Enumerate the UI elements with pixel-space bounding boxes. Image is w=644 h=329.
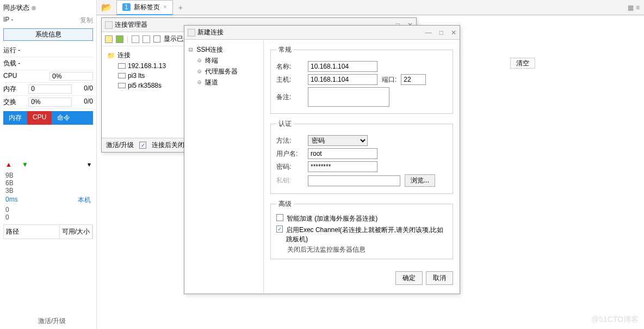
host-icon <box>118 63 126 69</box>
add-tab-button[interactable]: + <box>173 3 188 12</box>
path-header: 路径 可用/大小 <box>3 224 93 239</box>
sidebar: 同步状态 IP - 复制 系统信息 运行 - 负载 - CPU0% 内存00/0… <box>0 0 97 329</box>
tree-tunnel[interactable]: ⊖ 隧道 <box>189 77 259 88</box>
newconn-form: 常规 名称: 主机:端口: 备注: 认证 方法:密码 用户名: 密码: 私钥:浏… <box>264 40 460 294</box>
general-legend: 常规 <box>276 45 294 54</box>
accel-label: 智能加速 (加速海外服务器连接) <box>287 214 377 223</box>
accel-checkbox[interactable] <box>276 214 283 221</box>
user-input[interactable] <box>308 148 377 159</box>
tree-ssh[interactable]: ⊟ SSH连接 <box>189 44 259 55</box>
app-icon <box>105 21 113 29</box>
net-indicator: ▲ ▼ ▾ <box>3 157 93 172</box>
maximize-icon[interactable]: □ <box>439 29 443 36</box>
advanced-fieldset: 高级 智能加速 (加速海外服务器连接) 启用Exec Channel(若连接上就… <box>270 199 453 259</box>
auth-fieldset: 认证 方法:密码 用户名: 密码: 私钥:浏览... <box>270 119 453 194</box>
name-label: 名称: <box>276 62 304 71</box>
port-input[interactable] <box>401 74 426 85</box>
size-col[interactable]: 可用/大小 <box>60 225 92 239</box>
new-folder-icon[interactable] <box>105 35 113 43</box>
activate-link[interactable]: 激活/升级 <box>106 141 134 150</box>
load-row: 负载 - <box>3 57 93 70</box>
folder-icon: 📁 <box>107 52 115 59</box>
copy-link[interactable]: 复制 <box>80 16 93 25</box>
method-label: 方法: <box>276 136 304 145</box>
connmgr-title: 连接管理器 <box>115 20 147 29</box>
toolbar-right: 清空 <box>510 59 535 68</box>
collapse-icon[interactable] <box>132 35 139 43</box>
grid-view-icon[interactable]: ▦ <box>628 4 634 11</box>
browse-button[interactable]: 浏览... <box>405 174 435 187</box>
ok-button[interactable]: 确定 <box>395 271 423 285</box>
app-icon <box>188 29 195 36</box>
main-tabbar: 📂 1 新标签页 × + ▦ ≡ <box>97 0 644 15</box>
sync-status: 同步状态 <box>3 2 93 14</box>
name-input[interactable] <box>308 61 377 72</box>
new-connection-window: 新建连接 ― □ ✕ ⊟ SSH连接 ⊖ 终端 ⊖ 代理服务器 ⊖ 隧道 常规 … <box>184 25 460 294</box>
pass-label: 密码: <box>276 162 304 172</box>
latency-row: 0ms本机 <box>3 194 93 206</box>
newconn-tree: ⊟ SSH连接 ⊖ 终端 ⊖ 代理服务器 ⊖ 隧道 <box>184 40 264 294</box>
tab-command[interactable]: 命令 <box>52 111 93 125</box>
tree-proxy[interactable]: ⊖ 代理服务器 <box>189 66 259 77</box>
note-label: 备注: <box>276 93 304 102</box>
newconn-title: 新建连接 <box>197 28 224 37</box>
expand-icon[interactable] <box>143 35 150 43</box>
adv-note: 关闭后无法监控服务器信息 <box>276 245 447 254</box>
general-fieldset: 常规 名称: 主机:端口: 备注: <box>270 45 453 114</box>
auth-legend: 认证 <box>276 119 294 129</box>
activate-link[interactable]: 激活/升级 <box>38 316 66 326</box>
close-icon[interactable]: × <box>163 3 167 11</box>
download-icon: ▼ <box>22 161 28 168</box>
zero-labels: 00 <box>3 206 93 221</box>
folder-open-icon[interactable]: 📂 <box>97 2 116 13</box>
tab-number: 1 <box>122 3 131 11</box>
swap-row: 交换0%0/0 <box>3 96 93 109</box>
method-select[interactable]: 密码 <box>308 135 368 146</box>
host-icon <box>118 83 126 88</box>
host-input[interactable] <box>308 74 377 85</box>
tab-label: 新标签页 <box>134 3 160 12</box>
tab-memory[interactable]: 内存 <box>3 111 27 125</box>
minimize-icon[interactable]: ― <box>425 29 432 36</box>
tab-cpu[interactable]: CPU <box>27 111 52 125</box>
status-dot-icon <box>32 6 36 10</box>
key-input <box>308 175 400 186</box>
exec-checkbox[interactable] <box>276 226 283 233</box>
newconn-titlebar[interactable]: 新建连接 ― □ ✕ <box>184 26 460 40</box>
note-input[interactable] <box>308 87 389 107</box>
pass-input[interactable] <box>308 161 377 172</box>
close-after-label: 连接后关闭 <box>152 141 184 150</box>
close-icon[interactable]: ✕ <box>451 29 456 36</box>
clear-button[interactable]: 清空 <box>510 58 535 69</box>
port-label: 端口: <box>382 75 397 84</box>
adv-legend: 高级 <box>276 199 294 209</box>
watermark: @51CTO博客 <box>591 315 639 325</box>
expand-icon[interactable]: ▾ <box>88 161 91 168</box>
key-label: 私钥: <box>276 176 304 185</box>
tree-terminal[interactable]: ⊖ 终端 <box>189 55 259 66</box>
new-conn-icon[interactable] <box>116 35 123 43</box>
path-col[interactable]: 路径 <box>4 225 60 239</box>
close-after-checkbox[interactable] <box>139 142 146 149</box>
upload-icon: ▲ <box>5 161 12 168</box>
host-label: 主机: <box>276 75 304 84</box>
exec-label: 启用Exec Channel(若连接上就被断开,请关闭该项,比如跳板机) <box>286 226 447 244</box>
show-deleted-checkbox[interactable] <box>153 35 160 42</box>
tab-new[interactable]: 1 新标签页 × <box>116 0 173 15</box>
cancel-button[interactable]: 取消 <box>426 271 453 285</box>
mem-row: 内存00/0 <box>3 83 93 96</box>
run-row: 运行 - <box>3 44 93 57</box>
metric-tabs: 内存 CPU 命令 <box>3 111 93 125</box>
cpu-row: CPU0% <box>3 70 93 83</box>
system-info-button[interactable]: 系统信息 <box>3 28 93 41</box>
list-view-icon[interactable]: ≡ <box>636 4 640 11</box>
host-icon <box>118 73 126 78</box>
user-label: 用户名: <box>276 149 304 159</box>
ip-row: IP - 复制 <box>3 14 93 27</box>
chart-y-labels: 9B6B3B <box>3 172 93 194</box>
